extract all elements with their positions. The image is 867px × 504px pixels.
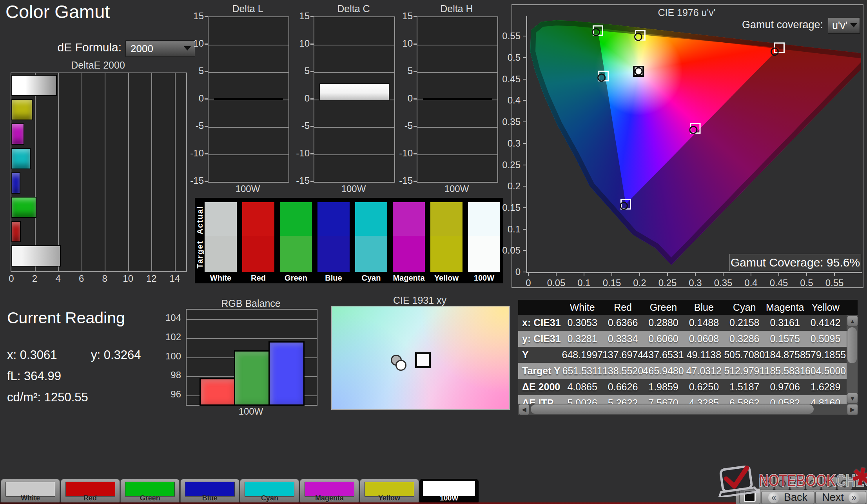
cie-x-tick [556,273,557,276]
footer-mini-button-glyph [794,480,802,488]
scroll-down-button[interactable]: ▼ [847,393,858,404]
deltae-x-tick-label: 2 [27,273,43,284]
table-cell: 648.1997 [562,347,602,363]
table-cell: 138.5520 [602,363,643,379]
next-arrows-icon: » [849,492,860,503]
table-cell: 0.3281 [562,331,602,347]
delta-chart-delta-h [417,16,498,183]
deltae-x-tick-label: 6 [74,273,89,284]
patch-tile-yellow[interactable]: Yellow [360,479,419,504]
cie-y-tick [523,79,526,80]
patch-tile-magenta[interactable]: Magenta [300,479,359,504]
reading-x: x: 0.3061 [7,348,57,362]
delta-gridline [209,72,288,73]
deltae-bar [11,148,31,169]
footer-mini-button[interactable] [774,477,789,490]
table-cell: 512.9791 [724,363,765,379]
deltae-x-tick-label: 14 [167,273,183,284]
footer-mini-button[interactable] [790,477,805,490]
footer-mini-button[interactable] [806,477,821,490]
delta-y-tick-label: 10 [182,38,204,49]
delta-y-tickmark [205,44,208,45]
cie-y-tick [523,36,526,36]
footer-mini-button-glyph [825,480,833,488]
delta-y-tick-label: 15 [391,11,413,22]
swatch-target-yellow [430,236,463,272]
cie-y-tick [523,57,526,58]
actual-target-swatch-strip: Actual Target WhiteRedGreenBlueCyanMagen… [195,198,503,283]
footer-mini-button[interactable] [837,477,852,490]
cie-y-tick-label: 0.3 [494,138,521,148]
scroll-up-button[interactable]: ▲ [847,315,858,326]
patch-label: Magenta [300,494,359,502]
next-button[interactable]: Next » [815,491,866,504]
cie-y-tick-label: 0.45 [494,74,521,84]
table-row: Target Y651.5311138.5520465.948047.03125… [518,363,847,379]
cie-y-tick-label: 0.15 [494,202,521,212]
mini-chart-title: Delta H [405,3,508,14]
delta-y-tickmark [414,126,417,127]
table-cell: 0.6626 [602,379,643,395]
patch-tile-100w[interactable]: 100W [419,479,479,504]
delta-gridline [209,154,288,155]
footer-mini-button[interactable] [759,477,774,490]
cie-x-tick-label: 0.25 [654,277,681,288]
table-row: x: CIE310.30530.63660.28800.14880.21580.… [518,315,847,331]
deltae-bar [11,245,61,267]
table-cell: 0.6250 [684,379,724,395]
deltae-x-tick-label: 10 [120,273,136,284]
rgb-balance-chart [186,309,317,406]
table-header-cell: Magenta [765,300,805,315]
measurement-table: WhiteRedGreenBlueCyanMagentaYellowx: CIE… [518,300,858,415]
cie-x-axis-line [526,272,862,273]
scroll-right-button[interactable]: ▶ [847,404,858,415]
table-cell: 0.1575 [765,331,805,347]
delta-y-tick-label: 10 [288,38,310,49]
patch-label: Green [121,494,179,502]
delta-x-label: 100W [208,183,288,194]
cie-x-tick [806,273,807,276]
table-cell: 0.4142 [805,315,845,331]
window-square-icon [744,490,756,502]
cie-x-tick-label: 0.5 [793,277,820,288]
swatch-actual-cyan [355,202,387,236]
cie-y-tick [523,229,526,230]
table-cell: 0.3334 [602,331,643,347]
cie-y-tick [523,250,526,251]
cie-x-tick [778,273,779,276]
swatch-actual-green [280,202,312,236]
patch-tile-blue[interactable]: Blue [180,479,239,504]
table-cell: 0.3286 [724,331,765,347]
table-row: Y648.1997137.6974437.653149.1138505.7080… [518,347,847,363]
back-button[interactable]: « Back [761,491,814,504]
footer-mini-button[interactable] [822,477,836,490]
swatch-actual-white [205,202,237,236]
window-mode-button[interactable] [739,488,760,504]
delta-y-tickmark [310,71,314,72]
patch-tile-green[interactable]: Green [120,479,180,504]
de-formula-value: 2000 [126,43,153,55]
table-cell: 1.5187 [724,379,765,395]
swatch-actual-blue [317,202,350,236]
deltae-gridline [105,73,105,271]
reading-cdm2: cd/m²: 1250.55 [7,390,88,404]
cie-x-tick [751,273,751,276]
table-header-cell: Blue [684,300,724,315]
patch-label: Cyan [240,494,299,502]
patch-tile-white[interactable]: White [1,479,60,504]
patch-label: 100W [420,494,478,502]
delta-y-tick-label: 5 [391,65,413,76]
delta-gridline [314,127,394,128]
cie-y-tick [523,143,526,144]
delta-y-tick-label: -15 [288,175,310,186]
patch-tile-red[interactable]: Red [61,479,120,504]
gamut-coverage-readout: Gamut Coverage: 95.6% [729,254,861,271]
scroll-left-button[interactable]: ◀ [519,404,530,415]
rgb-bar-green [234,350,270,406]
table-cell: 184.8758 [765,347,805,363]
table-vscroll-thumb[interactable] [847,327,857,363]
delta-bar [319,83,390,101]
delta-y-tickmark [310,181,314,182]
patch-tile-cyan[interactable]: Cyan [240,479,299,504]
table-hscroll-thumb[interactable] [531,404,814,414]
